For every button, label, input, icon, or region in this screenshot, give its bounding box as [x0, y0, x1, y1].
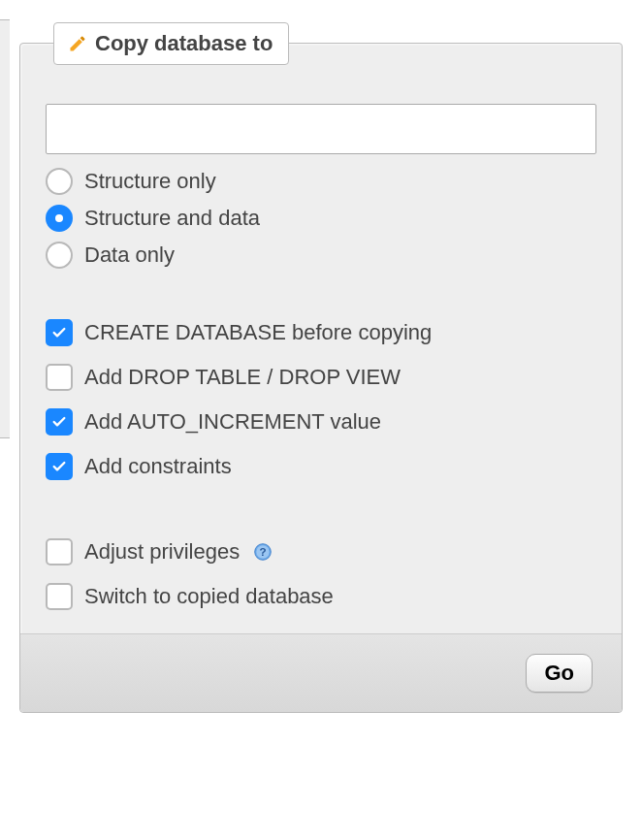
radio-label-data-only[interactable]: Data only: [84, 242, 175, 268]
checkbox-add-constraints[interactable]: [46, 453, 73, 480]
checkbox-label-auto-increment[interactable]: Add AUTO_INCREMENT value: [84, 409, 381, 435]
checkbox-label-add-constraints[interactable]: Add constraints: [84, 454, 232, 479]
radio-data-only[interactable]: [46, 242, 73, 269]
panel-title: Copy database to: [95, 31, 273, 56]
copy-database-panel: Copy database to Structure only Structur…: [19, 43, 623, 713]
go-button[interactable]: Go: [526, 654, 593, 693]
pencil-icon: [68, 34, 87, 53]
help-icon[interactable]: ?: [253, 542, 273, 562]
copy-mode-radios: Structure only Structure and data Data o…: [46, 168, 596, 269]
database-name-input[interactable]: [46, 104, 596, 154]
radio-structure-and-data[interactable]: [46, 205, 73, 232]
svg-text:?: ?: [260, 545, 267, 558]
checkbox-adjust-privileges[interactable]: [46, 538, 73, 565]
radio-label-structure-and-data[interactable]: Structure and data: [84, 206, 260, 231]
checkbox-label-switch-to-copied[interactable]: Switch to copied database: [84, 584, 334, 609]
panel-footer: Go: [20, 633, 622, 712]
radio-structure-only[interactable]: [46, 168, 73, 195]
radio-label-structure-only[interactable]: Structure only: [84, 169, 216, 194]
panel-content: Structure only Structure and data Data o…: [20, 44, 622, 610]
checkbox-create-db[interactable]: [46, 319, 73, 346]
panel-legend: Copy database to: [53, 22, 289, 65]
checkbox-auto-increment[interactable]: [46, 408, 73, 436]
checkbox-drop-table[interactable]: [46, 364, 73, 391]
checkbox-label-drop-table[interactable]: Add DROP TABLE / DROP VIEW: [84, 365, 401, 390]
adjacent-panel-edge: [0, 19, 10, 438]
checkbox-label-create-db[interactable]: CREATE DATABASE before copying: [84, 320, 432, 345]
checkbox-switch-to-copied[interactable]: [46, 583, 73, 610]
checkbox-label-adjust-privileges[interactable]: Adjust privileges: [84, 539, 240, 565]
